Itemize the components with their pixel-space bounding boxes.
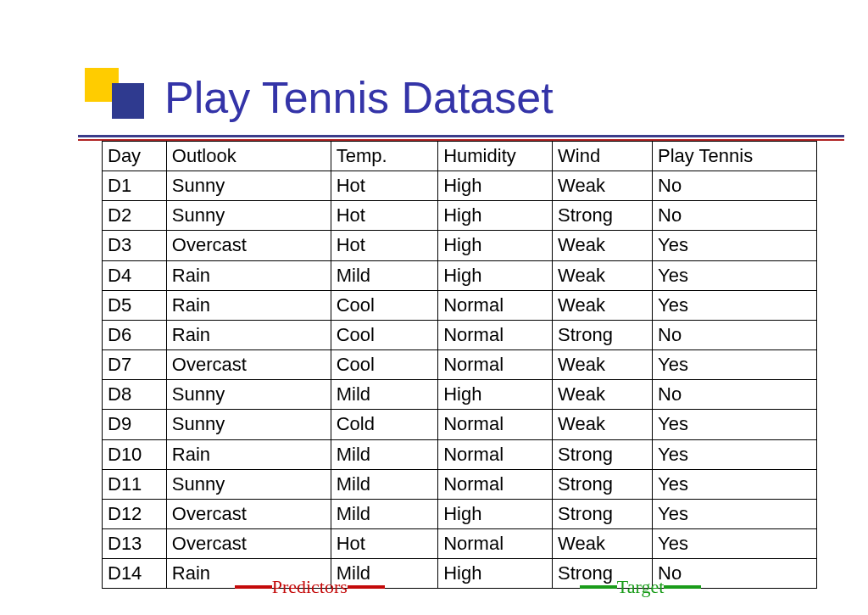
table-cell: D5 [103,290,167,320]
table-cell: Strong [553,499,653,528]
legend-target: Target [580,576,701,598]
table-cell: Weak [553,290,653,320]
col-header: Play Tennis [653,142,817,171]
col-header: Outlook [166,142,331,171]
table-cell: D4 [103,260,167,290]
legend-label: Target [617,576,664,598]
table-cell: Yes [653,350,817,380]
table-cell: Yes [653,469,817,499]
table-cell: Strong [553,201,653,231]
table-cell: High [438,231,553,260]
table-cell: Mild [331,260,437,290]
table-cell: Rain [166,260,331,290]
col-header: Wind [553,142,653,171]
table-row: D5RainCoolNormalWeakYes [103,290,817,320]
table-row: D7OvercastCoolNormalWeakYes [103,350,817,380]
table-cell: Hot [331,171,437,201]
table-row: D8SunnyMildHighWeakNo [103,380,817,410]
table-cell: Strong [553,439,653,469]
table-cell: Sunny [166,380,331,410]
table-row: D4RainMildHighWeakYes [103,260,817,290]
table-cell: D12 [103,499,167,528]
table-cell: Mild [331,380,437,410]
table-cell: Weak [553,529,653,559]
slide-title: Play Tennis Dataset [164,72,554,123]
table-cell: Sunny [166,171,331,201]
title-rule-accent [78,139,844,141]
table-cell: D2 [103,201,167,231]
table-row: D13OvercastHotNormalWeakYes [103,529,817,559]
table-cell: D13 [103,529,167,559]
table-row: D3OvercastHotHighWeakYes [103,231,817,260]
table-cell: Overcast [166,499,331,528]
table-cell: Yes [653,529,817,559]
table-cell: Sunny [166,201,331,231]
logo-icon [85,68,146,127]
table-cell: Normal [438,439,553,469]
dataset-table: Day Outlook Temp. Humidity Wind Play Ten… [102,141,817,589]
table-cell: Hot [331,529,437,559]
table-cell: Overcast [166,350,331,380]
table-cell: Overcast [166,529,331,559]
table-cell: Yes [653,410,817,439]
table-cell: No [653,201,817,231]
table-cell: Sunny [166,469,331,499]
table-cell: Mild [331,469,437,499]
table-cell: No [653,380,817,410]
table-cell: Weak [553,410,653,439]
table-cell: Normal [438,469,553,499]
table-cell: Rain [166,290,331,320]
legend-bar-icon [235,585,272,589]
legend-bar-icon [664,585,701,589]
table-cell: Strong [553,469,653,499]
table-cell: Cool [331,320,437,349]
table-row: D1SunnyHotHighWeakNo [103,171,817,201]
col-header: Humidity [438,142,553,171]
table-cell: D3 [103,231,167,260]
table-cell: Yes [653,231,817,260]
legend: Predictors Target [0,576,868,598]
table-cell: Yes [653,439,817,469]
table-cell: High [438,499,553,528]
table-cell: Overcast [166,231,331,260]
table-row: D11SunnyMildNormalStrongYes [103,469,817,499]
col-header: Temp. [331,142,437,171]
table-cell: D8 [103,380,167,410]
col-header: Day [103,142,167,171]
table-cell: Cool [331,290,437,320]
table-cell: High [438,380,553,410]
table-row: D9SunnyColdNormalWeakYes [103,410,817,439]
table-cell: High [438,260,553,290]
legend-bar-icon [348,585,385,589]
table-header-row: Day Outlook Temp. Humidity Wind Play Ten… [103,142,817,171]
title-row: Play Tennis Dataset [85,68,809,127]
table-cell: Normal [438,529,553,559]
table-cell: Weak [553,380,653,410]
table-cell: No [653,171,817,201]
table-row: D10RainMildNormalStrongYes [103,439,817,469]
table-row: D6RainCoolNormalStrongNo [103,320,817,349]
table-cell: Weak [553,350,653,380]
table-cell: Normal [438,350,553,380]
table-cell: Normal [438,320,553,349]
table-cell: Yes [653,260,817,290]
table-cell: Yes [653,290,817,320]
table-cell: Mild [331,499,437,528]
table-cell: Rain [166,320,331,349]
table-cell: High [438,171,553,201]
title-rule [78,135,844,137]
table-cell: Hot [331,201,437,231]
table-cell: Cold [331,410,437,439]
table-cell: High [438,201,553,231]
table-cell: D6 [103,320,167,349]
table-cell: D10 [103,439,167,469]
table-cell: Sunny [166,410,331,439]
table-container: Day Outlook Temp. Humidity Wind Play Ten… [102,141,817,589]
table-row: D12OvercastMildHighStrongYes [103,499,817,528]
slide: Play Tennis Dataset Day Outlook Temp. Hu… [0,0,868,615]
table-row: D2SunnyHotHighStrongNo [103,201,817,231]
table-cell: Normal [438,410,553,439]
table-cell: Hot [331,231,437,260]
table-cell: Weak [553,171,653,201]
legend-label: Predictors [272,576,348,598]
